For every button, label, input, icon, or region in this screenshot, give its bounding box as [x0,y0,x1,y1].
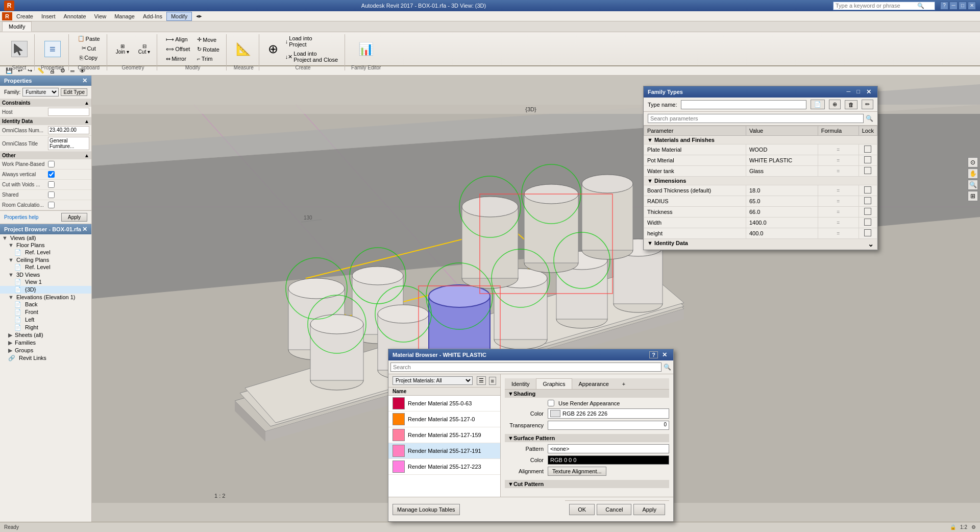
tab-identity[interactable]: Identity [505,378,536,389]
nav-zoom-all-btn[interactable]: ⊞ [968,191,978,201]
cut-btn[interactable]: ✂ Cut [79,44,99,53]
radius-lock[interactable] [864,197,871,204]
work-plane-checkbox[interactable] [48,161,55,167]
tree-item-ref-level-floor[interactable]: 📄 Ref. Level [0,249,91,256]
properties-apply-btn[interactable]: Apply [61,213,87,222]
width-value[interactable]: 1400.0 [746,217,818,228]
create-btn[interactable]: ⊕ [265,40,281,58]
material-search-input[interactable] [390,362,662,372]
project-materials-dropdown[interactable]: Project Materials: All [393,376,473,385]
align-btn[interactable]: ⟼ Align [163,35,192,44]
family-types-btn[interactable]: 📊 [356,40,376,58]
surface-pattern-header[interactable]: ▼ Surface Pattern [505,434,669,442]
tree-item-3d-views[interactable]: ▼ 3D Views [0,271,91,278]
type-name-new-btn[interactable]: 📄 [811,100,825,109]
omniclass-title-value[interactable]: General Furniture... [48,137,89,150]
properties-ribbon-btn[interactable]: ≡ [42,39,63,59]
tree-item-sheets[interactable]: ▶ Sheets (all) [0,331,91,339]
board-lock[interactable] [864,186,871,194]
menu-item-create[interactable]: Create [12,12,37,20]
load-and-close-btn[interactable]: ↓✕ Load intoProject and Close [283,50,340,64]
viewport[interactable]: 130 {3D} 1 : 2 TOP FRONT RIGHT [92,76,980,532]
cut-geometry-btn[interactable]: ⊟ Cut ▾ [136,42,153,56]
join-geometry-btn[interactable]: ⊞ Join ▾ [113,42,132,56]
tree-item-families[interactable]: ▶ Families [0,339,91,347]
tab-add[interactable]: + [616,378,632,389]
menu-item-insert[interactable]: Insert [37,12,60,20]
qat-settings-btn[interactable]: ⚙ [59,67,67,75]
type-name-del-btn[interactable]: 🗑 [845,100,857,109]
properties-close-btn[interactable]: ✕ [82,77,87,84]
material-ok-btn[interactable]: OK [569,504,595,515]
tab-appearance[interactable]: Appearance [572,378,616,389]
pot-lock[interactable] [864,156,871,163]
transparency-slider[interactable]: 0 [548,421,669,430]
qat-visibility-btn[interactable]: 👁 [78,67,87,75]
tree-item-back[interactable]: 📄 Back [0,301,91,308]
identity-section-header[interactable]: Identity Data ▲ [0,117,91,125]
texture-alignment-btn[interactable]: Texture Alignment... [548,467,606,476]
family-dropdown[interactable]: Furniture [22,88,59,96]
mat-item-255-127-159[interactable]: Render Material 255-127-159 [388,427,500,443]
material-apply-btn[interactable]: Apply [633,504,665,515]
material-browser-close-btn[interactable]: ✕ [660,351,669,358]
nav-pan-btn[interactable]: ✋ [968,168,978,179]
height-lock[interactable] [864,229,871,236]
mat-item-255-0-63[interactable]: Render Material 255-0-63 [388,396,500,412]
trim-btn[interactable]: ⌐ Trim [194,55,222,63]
manage-lookup-btn[interactable]: Manage Lookup Tables [393,504,460,515]
properties-help-link[interactable]: Properties help [4,214,38,220]
board-thickness-value[interactable]: 18.0 [746,185,818,196]
nav-zoom-btn[interactable]: 🔍 [968,180,978,190]
paste-btn[interactable]: 📋 Paste [75,34,103,43]
minimize-btn[interactable]: ─ [949,2,958,10]
tree-item-left[interactable]: 📄 Left [0,316,91,324]
qat-thin-lines-btn[interactable]: ═ [69,67,76,75]
shared-checkbox[interactable] [48,191,55,198]
constraints-section-header[interactable]: Constraints ▲ [0,99,91,107]
load-into-project-btn[interactable]: ↓ Load intoProject [283,34,340,49]
qat-save-btn[interactable]: 💾 [4,67,14,75]
close-btn[interactable]: ✕ [968,2,976,10]
identity-data-expand-btn[interactable]: ⌄ [868,240,874,248]
cut-with-voids-checkbox[interactable] [48,181,55,188]
tab-graphics[interactable]: Graphics [536,378,572,389]
family-types-minimize-btn[interactable]: ─ [845,88,853,95]
always-vertical-checkbox[interactable] [48,171,55,178]
material-help-icon[interactable]: ? [649,351,658,358]
tree-item-groups[interactable]: ▶ Groups [0,347,91,354]
plate-material-value[interactable]: WOOD [746,144,818,155]
cut-pattern-header[interactable]: ▼ Cut Pattern [505,480,669,488]
mirror-btn[interactable]: ⇔ Mirror [163,55,192,63]
mat-columns-btn[interactable]: ☰ [477,376,486,385]
thickness-value[interactable]: 66.0 [746,207,818,217]
move-btn[interactable]: ✛ Move [194,35,222,44]
menu-item-view[interactable]: View [90,12,111,20]
water-tank-value[interactable]: Glass [746,166,818,177]
tree-item-view1[interactable]: 📄 View 1 [0,278,91,286]
menu-item-extra[interactable]: ◂▸ [192,12,206,20]
thickness-lock[interactable] [864,208,871,215]
radius-value[interactable]: 65.0 [746,196,818,207]
copy-btn[interactable]: ⎘ Copy [77,54,100,62]
mat-item-255-127-223[interactable]: Render Material 255-127-223 [388,459,500,475]
surface-pattern-value[interactable]: <none> [548,444,669,453]
material-cancel-btn[interactable]: Cancel [597,504,631,515]
other-section-header[interactable]: Other ▲ [0,152,91,159]
menu-item-addins[interactable]: Add-Ins [139,12,166,20]
tree-item-right[interactable]: 📄 Right [0,324,91,331]
water-lock[interactable] [864,167,871,174]
qat-redo-btn[interactable]: ↪ [26,67,34,75]
type-name-dup-btn[interactable]: ⊕ [829,100,841,109]
materials-section-collapse[interactable]: ▼ [647,137,653,143]
project-browser-close-btn[interactable]: ✕ [82,226,87,233]
tree-item-ref-level-ceiling[interactable]: 📄 Ref. Level [0,263,91,271]
height-value[interactable]: 400.0 [746,228,818,239]
qat-undo-btn[interactable]: ↩ [16,67,24,75]
type-name-input[interactable] [681,100,806,109]
mat-item-255-127-0[interactable]: Render Material 255-127-0 [388,412,500,427]
tree-item-views[interactable]: ▼ Views (all) [0,234,91,241]
tree-item-front[interactable]: 📄 Front [0,308,91,316]
menu-item-modify[interactable]: Modify [166,12,192,21]
tree-item-revit-links[interactable]: 🔗 Revit Links [0,354,91,362]
